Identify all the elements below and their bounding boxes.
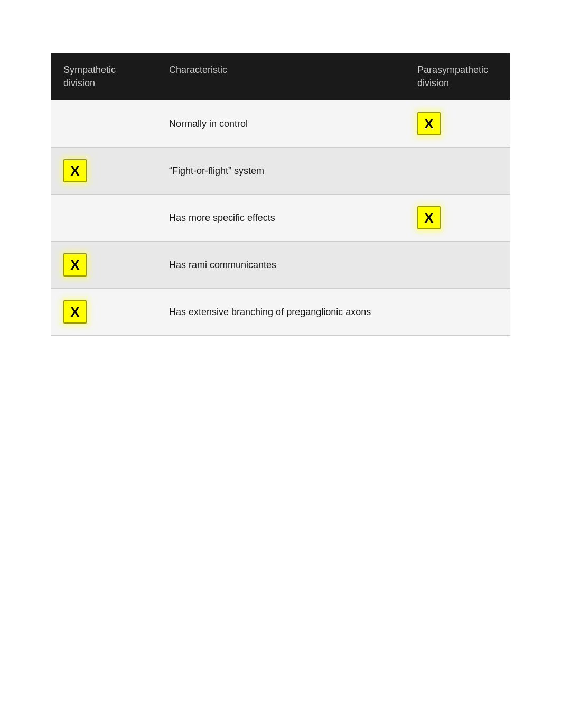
table-row: XHas extensive branching of preganglioni… xyxy=(51,289,510,336)
comparison-table-wrapper: Sympatheticdivision Characteristic Paras… xyxy=(51,53,510,336)
parasympathetic-cell: X xyxy=(405,195,510,242)
parasympathetic-cell xyxy=(405,289,510,336)
x-badge-parasympathetic: X xyxy=(417,112,441,135)
sympathetic-cell xyxy=(51,100,156,148)
comparison-table: Sympatheticdivision Characteristic Paras… xyxy=(51,53,510,336)
characteristic-cell: Has more specific effects xyxy=(156,195,405,242)
table-header-row: Sympatheticdivision Characteristic Paras… xyxy=(51,53,510,100)
header-characteristic: Characteristic xyxy=(156,53,405,100)
table-row: Has more specific effectsX xyxy=(51,195,510,242)
characteristic-cell: Has extensive branching of preganglionic… xyxy=(156,289,405,336)
sympathetic-cell: X xyxy=(51,242,156,289)
parasympathetic-cell xyxy=(405,242,510,289)
sympathetic-cell: X xyxy=(51,148,156,195)
characteristic-cell: “Fight-or-flight” system xyxy=(156,148,405,195)
parasympathetic-cell xyxy=(405,148,510,195)
x-badge-sympathetic: X xyxy=(63,159,87,182)
x-badge-sympathetic: X xyxy=(63,253,87,277)
table-row: X“Fight-or-flight” system xyxy=(51,148,510,195)
table-row: XHas rami communicantes xyxy=(51,242,510,289)
parasympathetic-cell: X xyxy=(405,100,510,148)
x-badge-sympathetic: X xyxy=(63,300,87,324)
sympathetic-cell xyxy=(51,195,156,242)
header-sympathetic: Sympatheticdivision xyxy=(51,53,156,100)
sympathetic-cell: X xyxy=(51,289,156,336)
x-badge-parasympathetic: X xyxy=(417,206,441,229)
table-row: Normally in controlX xyxy=(51,100,510,148)
header-parasympathetic: Parasympatheticdivision xyxy=(405,53,510,100)
characteristic-cell: Has rami communicantes xyxy=(156,242,405,289)
characteristic-cell: Normally in control xyxy=(156,100,405,148)
